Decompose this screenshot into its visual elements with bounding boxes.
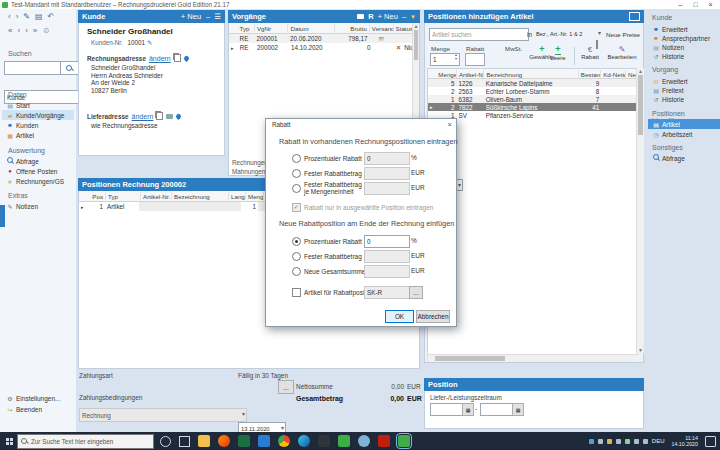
artikel-vscrollbar[interactable]: ▲ ▼ <box>636 68 644 353</box>
rightnav-kunde-historie[interactable]: ↺Historie <box>648 51 720 61</box>
back-icon[interactable]: ‹ <box>8 12 11 21</box>
maximize-button[interactable]: □ <box>688 0 703 9</box>
artikel-hscrollbar[interactable] <box>427 354 637 362</box>
collapsed-panel-tab[interactable] <box>0 205 5 227</box>
undo-icon[interactable]: ↶ <box>48 12 55 21</box>
tray-icon[interactable] <box>616 439 621 444</box>
edit-icon[interactable]: ✎ <box>23 12 30 21</box>
close-button[interactable]: × <box>703 0 718 9</box>
option-festbetrag-je-einheit[interactable]: Fester Rabattbetrag je Mengeneinheit <box>292 182 366 196</box>
tab-mahnungen[interactable]: Mahnungen <box>232 168 265 175</box>
detach-panel-icon[interactable] <box>629 12 640 21</box>
artikel-search-input[interactable]: Artikel suchen <box>429 28 529 41</box>
option-neue-gesamtsumme[interactable]: Neue Gesamtsumme <box>292 267 365 276</box>
taskbar-clock[interactable]: 11:14 14.10.2020 <box>671 435 698 447</box>
app-icon-green-active[interactable] <box>398 435 410 447</box>
sidebar-item-abfrage[interactable]: Abfrage <box>2 156 74 166</box>
artikel-row[interactable]: 1 SV Pflanzen-Service <box>428 111 637 119</box>
gesamtsumme-input[interactable] <box>364 265 410 278</box>
leere-button[interactable]: + Leere <box>545 45 571 61</box>
print-icon[interactable] <box>357 14 364 19</box>
search-scope-select[interactable]: Bez., Art.-Nr. 1 & 2 <box>534 28 602 39</box>
ok-button[interactable]: OK <box>385 310 414 323</box>
kunde-collapse-button[interactable]: – <box>206 12 210 21</box>
windows-start-button[interactable] <box>6 438 13 445</box>
user-icon[interactable]: ☺ <box>42 26 50 35</box>
calendar-icon[interactable]: ▦ <box>462 403 474 416</box>
rabatt-artikel-input[interactable]: SK-R <box>364 286 410 299</box>
last-record-icon[interactable]: » <box>33 26 37 35</box>
stepper-arrows[interactable]: ▴▾ <box>455 53 457 61</box>
tray-icon[interactable] <box>607 439 612 444</box>
rightnav-artikel-selected[interactable]: ▤Artikel <box>648 119 720 129</box>
acrobat-icon[interactable] <box>378 435 390 447</box>
prev-record-icon[interactable]: ‹ <box>17 26 20 35</box>
vorgang-row[interactable]: RE 200001 20.06.2020 798,17 ✉ <box>229 34 419 43</box>
file-explorer-icon[interactable] <box>198 435 210 447</box>
save-icon[interactable]: ▤ <box>35 12 43 21</box>
checkbox-checked-icon[interactable] <box>292 203 301 212</box>
kunde-menu-icon[interactable]: ☰ <box>214 12 221 21</box>
map-pin-icon[interactable] <box>183 54 190 61</box>
next-record-icon[interactable]: › <box>25 26 28 35</box>
sidebar-item-kunden[interactable]: ☻Kunden <box>2 120 74 130</box>
festbetrag-2-input[interactable] <box>364 250 410 263</box>
radio-selected-icon[interactable] <box>292 237 301 246</box>
radio-icon[interactable] <box>292 267 301 276</box>
search-button[interactable] <box>60 61 79 75</box>
security-app-icon[interactable] <box>318 435 330 447</box>
artikel-row[interactable]: 5 1226 Kanarische Dattelpalme 9 <box>428 79 637 87</box>
festbetrag-1-input[interactable] <box>364 167 410 180</box>
rechnung-r-button[interactable]: R <box>368 12 373 21</box>
firefox-icon[interactable] <box>218 435 230 447</box>
tray-icon[interactable] <box>598 439 603 444</box>
dialog-close-icon[interactable]: × <box>448 120 452 129</box>
prozentual-2-input[interactable]: 0 <box>364 235 410 248</box>
globe-app-icon[interactable] <box>358 435 370 447</box>
option-festbetrag-2[interactable]: Fester Rabattbetrag <box>292 252 362 261</box>
rightnav-abfrage[interactable]: Abfrage <box>648 153 720 163</box>
tray-icon[interactable] <box>589 439 594 444</box>
option-festbetrag-1[interactable]: Fester Rabattbetrag <box>292 169 362 178</box>
radio-icon[interactable] <box>292 184 301 193</box>
mail-app-icon[interactable] <box>258 435 270 447</box>
option-prozentual-2[interactable]: Prozentualer Rabatt <box>292 237 362 246</box>
copy-icon[interactable] <box>174 54 181 62</box>
vorgang-row[interactable]: ▸ RE 200002 14.10.2020 0 × Nicht be <box>229 43 419 52</box>
artikel-rabattposition-checkbox-row[interactable]: Artikel für Rabattposition <box>292 288 375 297</box>
due-date-more-button[interactable]: ... <box>278 380 294 394</box>
print-icon[interactable] <box>166 114 173 119</box>
artikel-row[interactable]: 1 6382 Oliven-Baum 7 <box>428 95 637 103</box>
tray-icon[interactable] <box>625 439 630 444</box>
cancel-button[interactable]: Abbrechen <box>416 310 450 323</box>
billing-address-change-link[interactable]: ändern <box>149 55 171 62</box>
zahlungsart-select[interactable]: Rechnung <box>79 408 247 422</box>
rightnav-arbeitszeit[interactable]: ◷Arbeitszeit <box>648 129 720 139</box>
einstellungen-button[interactable]: ⚙Einstellungen... <box>2 393 74 403</box>
vorgang-neu-button[interactable]: + Neu <box>378 12 398 21</box>
rightnav-vorgang-historie[interactable]: ↺Historie <box>648 94 720 104</box>
forward-icon[interactable]: › <box>16 12 19 21</box>
rabatt-nur-ausgewaehlte-checkbox-row[interactable]: Rabatt nur in ausgewählte Position eintr… <box>292 203 433 212</box>
artikel-row[interactable]: 2 2563 Echter Lorbeer-Stamm 8 <box>428 87 637 95</box>
calendar-icon[interactable]: ▦ <box>512 403 524 416</box>
vorgaenge-collapse-button[interactable]: – <box>402 12 406 21</box>
map-pin-icon[interactable] <box>175 112 182 119</box>
tray-icon[interactable] <box>643 439 648 444</box>
kunde-neu-button[interactable]: + Neu <box>181 12 201 21</box>
sidebar-item-notizen[interactable]: ✎Notizen <box>2 201 74 211</box>
browse-button[interactable]: ... <box>409 286 423 299</box>
app-icon-green[interactable] <box>338 435 350 447</box>
keyboard-language[interactable]: DEU <box>652 438 665 444</box>
sidebar-item-kunde-vorgaenge[interactable]: ▰Kunde/Vorgänge <box>2 110 74 120</box>
festbetrag-je-einheit-input[interactable] <box>364 182 410 195</box>
sidebar-item-rechnungen-gs[interactable]: ★Rechnungen/GS <box>2 176 74 186</box>
radio-icon[interactable] <box>292 252 301 261</box>
radio-icon[interactable] <box>292 154 301 163</box>
sidebar-item-artikel[interactable]: ▦Artikel <box>2 130 74 140</box>
excel-icon[interactable] <box>238 435 250 447</box>
edge-icon[interactable] <box>298 435 310 447</box>
rabatt-input[interactable] <box>465 53 485 66</box>
first-record-icon[interactable]: « <box>8 26 12 35</box>
copy-icon[interactable] <box>156 112 163 120</box>
